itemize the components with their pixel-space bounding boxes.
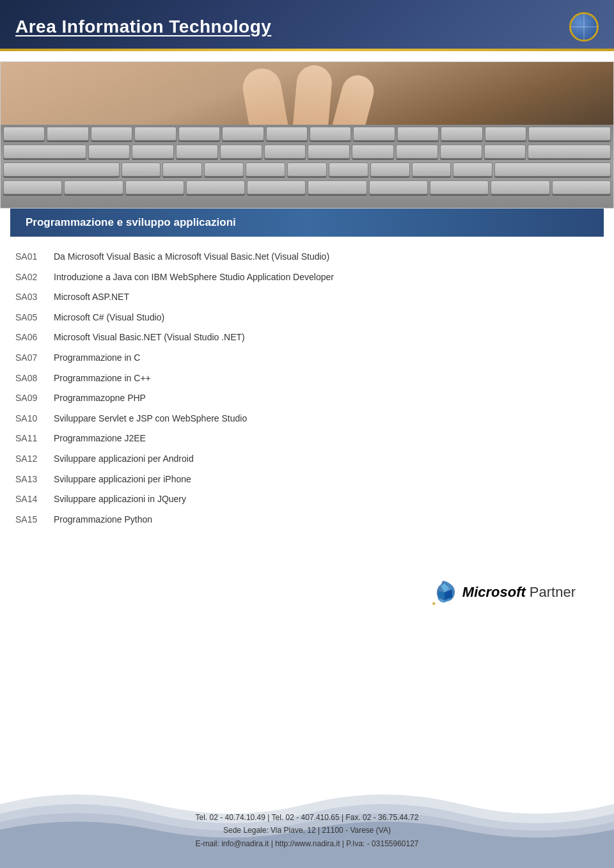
- key: [3, 145, 86, 159]
- course-code: SA06: [15, 331, 54, 344]
- key: [440, 145, 482, 159]
- course-name: Microsoft C# (Visual Studio): [54, 312, 599, 324]
- course-code: SA07: [15, 352, 54, 365]
- key: [264, 145, 306, 159]
- course-item: SA09Programmazopne PHP: [15, 388, 599, 409]
- key: [222, 127, 264, 141]
- key: [396, 145, 438, 159]
- page-title: Area Information Technology: [15, 17, 271, 37]
- key: [132, 145, 174, 159]
- course-code: SA01: [15, 251, 54, 264]
- keyboard-row-4: [1, 178, 613, 196]
- key: [308, 145, 350, 159]
- key: [453, 162, 492, 177]
- keyboard-base: [1, 125, 613, 208]
- course-code: SA09: [15, 392, 54, 405]
- key: [397, 127, 439, 141]
- footer-text: Tel. 02 - 40.74.10.49 | Tel. 02 - 407.41…: [0, 811, 614, 850]
- key: [186, 180, 245, 194]
- course-item: SA03Microsoft ASP.NET: [15, 287, 599, 308]
- course-item: SA13Sviluppare applicazioni per iPhone: [15, 470, 599, 490]
- key: [266, 127, 308, 141]
- key: [491, 180, 549, 194]
- course-code: SA15: [15, 514, 54, 526]
- course-item: SA12Sviluppare applicazioni per Android: [15, 449, 599, 470]
- course-code: SA13: [15, 473, 54, 486]
- key: [308, 180, 366, 194]
- key: [528, 145, 611, 159]
- key: [247, 180, 306, 194]
- partner-area: ★ Microsoft Partner: [0, 565, 614, 619]
- footer: Tel. 02 - 40.74.10.49 | Tel. 02 - 407.41…: [0, 778, 614, 868]
- key: [122, 162, 161, 177]
- hero-image: [0, 61, 614, 209]
- course-item: SA10Sviluppare Servlet e JSP con WebSphe…: [15, 409, 599, 429]
- key: [3, 127, 45, 141]
- course-item: SA01Da Microsoft Visual Basic a Microsof…: [15, 247, 599, 267]
- course-code: SA03: [15, 291, 54, 304]
- course-name: Programmazione Python: [54, 514, 599, 526]
- course-name: Sviluppare applicazioni in JQuery: [54, 493, 599, 506]
- course-item: SA05Microsoft C# (Visual Studio): [15, 308, 599, 328]
- key: [484, 145, 526, 159]
- key: [176, 145, 218, 159]
- course-code: SA08: [15, 372, 54, 385]
- course-code: SA02: [15, 271, 54, 284]
- key: [204, 162, 244, 177]
- course-name: Sviluppare applicazioni per iPhone: [54, 473, 599, 486]
- key: [47, 127, 88, 141]
- course-code: SA11: [15, 432, 54, 445]
- course-item: SA08Programmazione in C++: [15, 368, 599, 389]
- key: [441, 127, 482, 141]
- course-code: SA05: [15, 312, 54, 324]
- key: [494, 162, 611, 177]
- key: [369, 180, 428, 194]
- section-title: Programmazione e sviluppo applicazioni: [26, 216, 236, 228]
- key: [412, 162, 452, 177]
- key: [162, 162, 202, 177]
- course-item: SA02Introduzione a Java con IBM WebSpher…: [15, 267, 599, 288]
- course-item: SA15Programmazione Python: [15, 510, 599, 530]
- key: [430, 180, 489, 194]
- footer-line-1: Tel. 02 - 40.74.10.49 | Tel. 02 - 407.41…: [0, 811, 614, 824]
- course-item: SA11Programmazione J2EE: [15, 429, 599, 449]
- course-name: Sviluppare Servlet e JSP con WebSphere S…: [54, 413, 599, 425]
- key: [485, 127, 526, 141]
- key: [91, 127, 132, 141]
- key: [134, 127, 176, 141]
- svg-text:★: ★: [432, 601, 436, 606]
- key: [64, 180, 123, 194]
- course-name: Programmazione in C++: [54, 372, 599, 385]
- keyboard-row-3: [1, 161, 613, 178]
- course-name: Introduzione a Java con IBM WebSphere St…: [54, 271, 599, 284]
- key: [552, 180, 611, 194]
- key: [178, 127, 220, 141]
- microsoft-icon: ★: [427, 578, 459, 606]
- key: [246, 162, 285, 177]
- footer-line-3: E-mail: info@nadira.it | http://www.nadi…: [0, 837, 614, 850]
- course-content: SA01Da Microsoft Visual Basic a Microsof…: [0, 237, 614, 540]
- microsoft-partner-logo: ★ Microsoft Partner: [427, 578, 576, 606]
- course-name: Da Microsoft Visual Basic a Microsoft Vi…: [54, 251, 599, 264]
- course-list: SA01Da Microsoft Visual Basic a Microsof…: [15, 247, 599, 530]
- key: [287, 162, 327, 177]
- keyboard-row-1: [1, 125, 613, 143]
- footer-line-2: Sede Legale: Via Piave, 12 | 21100 - Var…: [0, 824, 614, 837]
- key: [220, 145, 262, 159]
- page-header: Area Information Technology: [0, 0, 614, 51]
- course-name: Microsoft ASP.NET: [54, 291, 599, 304]
- course-item: SA14Sviluppare applicazioni in JQuery: [15, 489, 599, 510]
- keyboard-row-2: [1, 143, 613, 161]
- key: [88, 145, 130, 159]
- key: [353, 127, 395, 141]
- key: [3, 162, 120, 177]
- course-name: Programmazione in C: [54, 352, 599, 365]
- course-name: Microsoft Visual Basic.NET (Visual Studi…: [54, 331, 599, 344]
- key: [3, 180, 62, 194]
- course-name: Sviluppare applicazioni per Android: [54, 453, 599, 466]
- course-item: SA07Programmazione in C: [15, 348, 599, 368]
- key: [329, 162, 368, 177]
- globe-icon: [569, 12, 599, 42]
- key: [528, 127, 611, 141]
- key: [310, 127, 351, 141]
